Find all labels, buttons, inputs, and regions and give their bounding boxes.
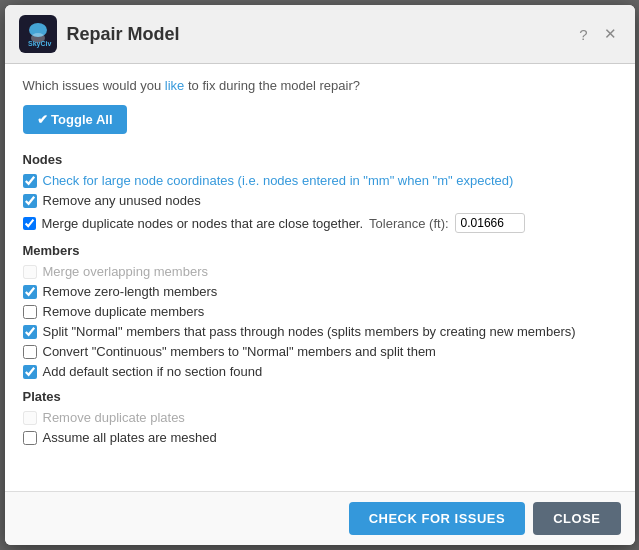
- subtitle-start: Which issues would you: [23, 78, 165, 93]
- remove-duplicate-plates-row: Remove duplicate plates: [23, 410, 617, 425]
- remove-unused-nodes-label: Remove any unused nodes: [43, 193, 201, 208]
- merge-overlapping-label: Merge overlapping members: [43, 264, 208, 279]
- convert-continuous-checkbox[interactable]: [23, 345, 37, 359]
- header-icons: ? ✕: [575, 23, 620, 45]
- nodes-section-label: Nodes: [23, 152, 617, 167]
- skyciv-logo: SkyCiv: [19, 15, 57, 53]
- close-icon[interactable]: ✕: [600, 23, 621, 45]
- add-default-section-row: Add default section if no section found: [23, 364, 617, 379]
- remove-duplicate-members-row: Remove duplicate members: [23, 304, 617, 319]
- subtitle-link[interactable]: like: [165, 78, 185, 93]
- dialog-title: Repair Model: [67, 24, 566, 45]
- toggle-all-button[interactable]: ✔ Toggle All: [23, 105, 127, 134]
- remove-duplicate-members-label: Remove duplicate members: [43, 304, 205, 319]
- subtitle-text: Which issues would you like to fix durin…: [23, 78, 617, 93]
- remove-zero-length-checkbox[interactable]: [23, 285, 37, 299]
- merge-duplicate-nodes-row: Merge duplicate nodes or nodes that are …: [23, 213, 617, 233]
- remove-zero-length-row: Remove zero-length members: [23, 284, 617, 299]
- convert-continuous-row: Convert "Continuous" members to "Normal"…: [23, 344, 617, 359]
- assume-all-meshed-checkbox[interactable]: [23, 431, 37, 445]
- tolerance-label-text: Tolerance (ft):: [369, 216, 448, 231]
- merge-duplicate-nodes-label: Merge duplicate nodes or nodes that are …: [42, 216, 364, 231]
- remove-duplicate-members-checkbox[interactable]: [23, 305, 37, 319]
- check-large-nodes-label: Check for large node coordinates (i.e. n…: [43, 173, 514, 188]
- check-large-nodes-text: Check for large node coordinates (i.e. n…: [43, 173, 514, 188]
- merge-overlapping-checkbox[interactable]: [23, 265, 37, 279]
- split-normal-label: Split "Normal" members that pass through…: [43, 324, 576, 339]
- dialog-header: SkyCiv Repair Model ? ✕: [5, 5, 635, 64]
- add-default-section-checkbox[interactable]: [23, 365, 37, 379]
- split-normal-checkbox[interactable]: [23, 325, 37, 339]
- remove-duplicate-plates-checkbox[interactable]: [23, 411, 37, 425]
- check-for-issues-button[interactable]: CHECK FOR ISSUES: [349, 502, 526, 535]
- convert-continuous-label: Convert "Continuous" members to "Normal"…: [43, 344, 436, 359]
- remove-unused-nodes-checkbox[interactable]: [23, 194, 37, 208]
- help-icon[interactable]: ?: [575, 24, 591, 45]
- assume-all-meshed-label: Assume all plates are meshed: [43, 430, 217, 445]
- svg-text:SkyCiv: SkyCiv: [28, 40, 51, 48]
- merge-duplicate-nodes-checkbox[interactable]: [23, 217, 36, 230]
- dialog-footer: CHECK FOR ISSUES CLOSE: [5, 491, 635, 545]
- check-large-nodes-row: Check for large node coordinates (i.e. n…: [23, 173, 617, 188]
- close-button[interactable]: CLOSE: [533, 502, 620, 535]
- plates-section-label: Plates: [23, 389, 617, 404]
- remove-duplicate-plates-label: Remove duplicate plates: [43, 410, 185, 425]
- subtitle-end: to fix during the model repair?: [184, 78, 360, 93]
- remove-zero-length-label: Remove zero-length members: [43, 284, 218, 299]
- assume-all-meshed-row: Assume all plates are meshed: [23, 430, 617, 445]
- dialog-body: Which issues would you like to fix durin…: [5, 64, 635, 491]
- merge-overlapping-row: Merge overlapping members: [23, 264, 617, 279]
- split-normal-row: Split "Normal" members that pass through…: [23, 324, 617, 339]
- tolerance-input[interactable]: [455, 213, 525, 233]
- members-section-label: Members: [23, 243, 617, 258]
- add-default-section-label: Add default section if no section found: [43, 364, 263, 379]
- check-large-nodes-checkbox[interactable]: [23, 174, 37, 188]
- repair-model-dialog: SkyCiv Repair Model ? ✕ Which issues wou…: [5, 5, 635, 545]
- remove-unused-nodes-row: Remove any unused nodes: [23, 193, 617, 208]
